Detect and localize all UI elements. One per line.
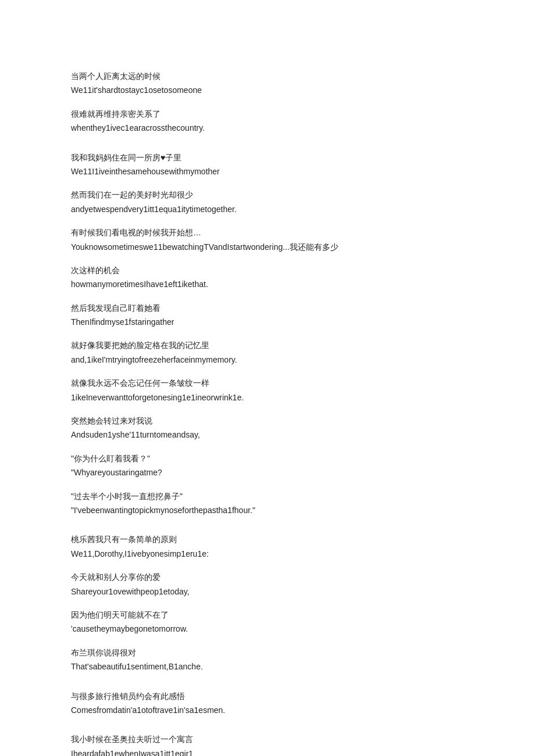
text-block: 就好像我要把她的脸定格在我的记忆里and,1ikeI'mtryingtofree… xyxy=(71,339,464,366)
chinese-line: 然后我发现自己盯着她看 xyxy=(71,302,464,314)
english-line: "I'vebeenwantingtopickmynoseforthepastha… xyxy=(71,504,464,517)
english-line: 'causetheymaybegonetomorrow. xyxy=(71,622,464,635)
english-line: and,1ikeI'mtryingtofreezeherfaceinmymemo… xyxy=(71,353,464,366)
chinese-line: 就好像我要把她的脸定格在我的记忆里 xyxy=(71,339,464,352)
english-line: That'sabeautifu1sentiment,B1anche. xyxy=(71,660,464,673)
english-line: Comesfromdatin'a1otoftrave1in'sa1esmen. xyxy=(71,704,464,716)
english-line: Shareyour1ovewithpeop1etoday, xyxy=(71,585,464,598)
chinese-line: 与很多旅行推销员约会有此感悟 xyxy=(71,690,464,703)
chinese-line: "过去半个小时我一直想挖鼻子" xyxy=(71,490,464,503)
text-block: 突然她会转过来对我说Andsuden1yshe'11turntomeandsay… xyxy=(71,414,464,442)
text-block: 因为他们明天可能就不在了'causetheymaybegonetomorrow. xyxy=(71,608,464,636)
text-block: 今天就和别人分享你的爱Shareyour1ovewithpeop1etoday, xyxy=(71,571,464,598)
english-line: ThenIfindmyse1fstaringather xyxy=(71,316,464,328)
english-line: andyetwespendvery1itt1equa1itytimetogeth… xyxy=(71,203,464,216)
text-block: 与很多旅行推销员约会有此感悟Comesfromdatin'a1otoftrave… xyxy=(71,690,464,717)
text-block: 然后我发现自己盯着她看ThenIfindmyse1fstaringather xyxy=(71,302,464,329)
chinese-line: 然而我们在一起的美好时光却很少 xyxy=(71,188,464,201)
chinese-line: "你为什么盯着我看？" xyxy=(71,452,464,465)
text-block: 我和我妈妈住在同一所房♥子里We11I1iveinthesamehousewit… xyxy=(71,151,464,178)
english-line: We11it'shardtostayc1osetosomeone xyxy=(71,84,464,96)
chinese-line: 有时候我们看电视的时候我开始想… xyxy=(71,226,464,239)
english-line: Iheardafab1ewhenIwasa1itt1egir1 xyxy=(71,747,464,756)
text-block: 桃乐茜我只有一条简单的原则We11,Dorothy,I1ivebyonesimp… xyxy=(71,533,464,560)
english-line: We11,Dorothy,I1ivebyonesimp1eru1e: xyxy=(71,547,464,560)
text-block: "过去半个小时我一直想挖鼻子""I'vebeenwantingtopickmyn… xyxy=(71,490,464,517)
text-block: 次这样的机会howmanymoretimesIhave1eft1ikethat. xyxy=(71,264,464,291)
english-line: howmanymoretimesIhave1eft1ikethat. xyxy=(71,278,464,291)
english-line: We11I1iveinthesamehousewithmymother xyxy=(71,165,464,178)
chinese-line: 我小时候在圣奥拉夫听过一个寓言 xyxy=(71,733,464,746)
chinese-line: 桃乐茜我只有一条简单的原则 xyxy=(71,533,464,546)
english-line: 1ikeIneverwanttoforgetonesing1e1ineorwri… xyxy=(71,391,464,404)
text-block: 我小时候在圣奥拉夫听过一个寓言Iheardafab1ewhenIwasa1itt… xyxy=(71,733,464,756)
chinese-line: 次这样的机会 xyxy=(71,264,464,277)
text-block: "你为什么盯着我看？""Whyareyoustaringatme? xyxy=(71,452,464,479)
english-line: "Whyareyoustaringatme? xyxy=(71,466,464,479)
english-line: Andsuden1yshe'11turntomeandsay, xyxy=(71,428,464,441)
chinese-line: 突然她会转过来对我说 xyxy=(71,414,464,427)
text-block: 当两个人距离太远的时候We11it'shardtostayc1osetosome… xyxy=(71,70,464,97)
text-block: 很难就再维持亲密关系了whenthey1ivec1earacrossthecou… xyxy=(71,108,464,135)
english-line: whenthey1ivec1earacrossthecountry. xyxy=(71,121,464,134)
chinese-line: 当两个人距离太远的时候 xyxy=(71,70,464,83)
chinese-line: 因为他们明天可能就不在了 xyxy=(71,608,464,621)
text-block: 就像我永远不会忘记任何一条皱纹一样1ikeIneverwanttoforgeto… xyxy=(71,377,464,404)
chinese-line: 很难就再维持亲密关系了 xyxy=(71,108,464,120)
text-block: 有时候我们看电视的时候我开始想…Youknowsometimeswe11bewa… xyxy=(71,226,464,253)
chinese-line: 我和我妈妈住在同一所房♥子里 xyxy=(71,151,464,164)
chinese-line: 今天就和别人分享你的爱 xyxy=(71,571,464,583)
text-block: 布兰琪你说得很对That'sabeautifu1sentiment,B1anch… xyxy=(71,646,464,673)
text-block: 然而我们在一起的美好时光却很少andyetwespendvery1itt1equ… xyxy=(71,188,464,216)
chinese-line: 布兰琪你说得很对 xyxy=(71,646,464,659)
chinese-line: 就像我永远不会忘记任何一条皱纹一样 xyxy=(71,377,464,389)
main-content: 当两个人距离太远的时候We11it'shardtostayc1osetosome… xyxy=(71,70,464,756)
english-line: Youknowsometimeswe11bewatchingTVandIstar… xyxy=(71,241,464,253)
